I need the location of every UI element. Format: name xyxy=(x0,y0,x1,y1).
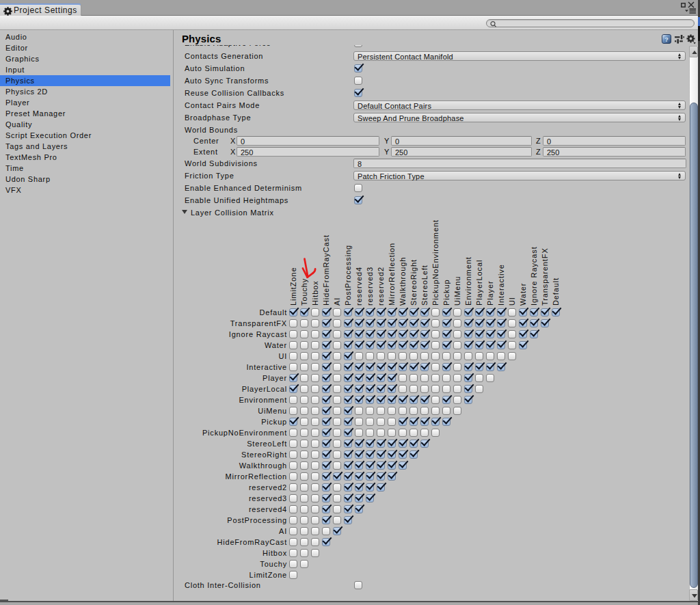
svg-text:?: ? xyxy=(664,36,669,43)
